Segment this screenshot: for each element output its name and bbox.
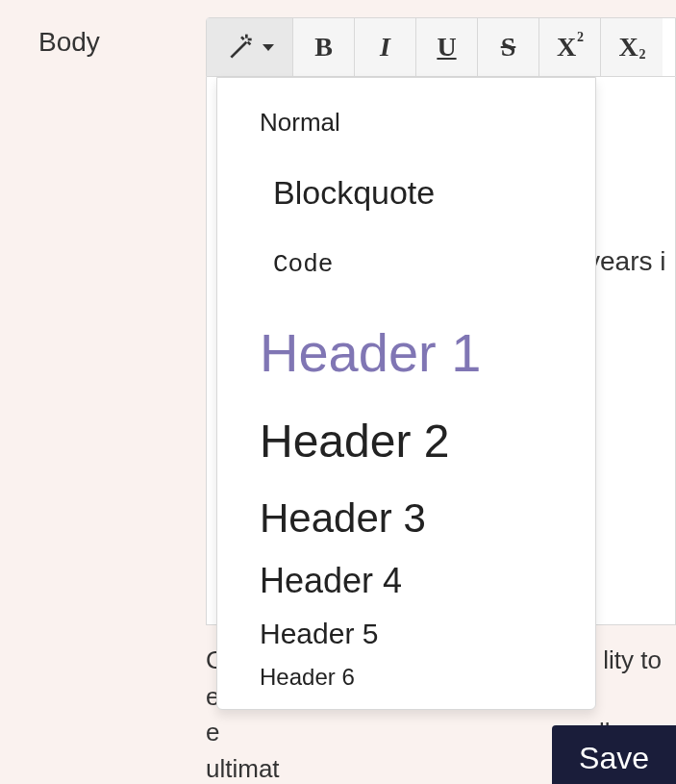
style-option-header-6[interactable]: Header 6 [217,657,595,699]
strikethrough-button[interactable]: S [478,18,539,76]
style-option-header-2[interactable]: Header 2 [217,401,595,483]
style-option-header-3[interactable]: Header 3 [217,483,595,552]
save-button[interactable]: Save [552,725,676,784]
style-dropdown-button[interactable] [207,18,293,76]
style-option-code[interactable]: Code [217,234,595,302]
bold-button[interactable]: B [293,18,355,76]
body-field-label: Body [38,27,100,58]
style-option-header-1[interactable]: Header 1 [217,302,595,402]
underline-button[interactable]: U [416,18,478,76]
hint-line2-left: e [206,718,219,746]
magic-wand-icon [226,32,257,63]
editor-toolbar: B I U S X2 X2 [206,17,676,77]
style-option-normal[interactable]: Normal [217,91,595,156]
editor-text-fragment: years i [587,246,665,277]
svg-line-0 [231,42,246,58]
style-option-header-5[interactable]: Header 5 [217,610,595,657]
italic-button[interactable]: I [355,18,416,76]
style-option-header-4[interactable]: Header 4 [217,552,595,610]
hint-line2-right: ll ultimat [206,718,611,783]
superscript-button[interactable]: X2 [539,18,601,76]
svg-line-3 [241,37,244,39]
style-option-blockquote[interactable]: Blockquote [217,156,595,234]
superscript-exp: 2 [577,30,584,45]
svg-line-4 [247,42,250,45]
subscript-base: X [618,32,638,63]
superscript-base: X [557,32,576,63]
subscript-exp: 2 [639,47,646,63]
subscript-button[interactable]: X2 [601,18,663,76]
style-dropdown-menu: Normal Blockquote Code Header 1 Header 2… [216,77,596,710]
chevron-down-icon [263,44,274,51]
